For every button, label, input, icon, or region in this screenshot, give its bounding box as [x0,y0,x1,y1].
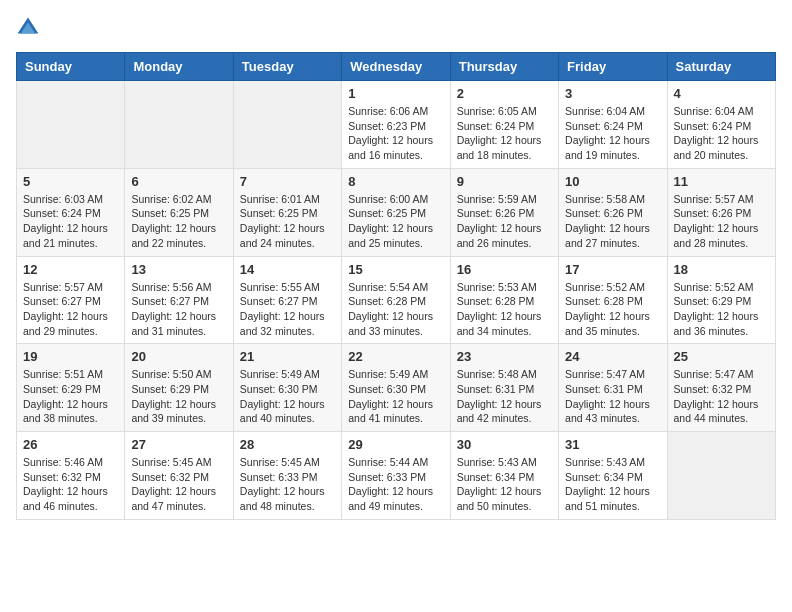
calendar-cell: 16Sunrise: 5:53 AM Sunset: 6:28 PM Dayli… [450,256,558,344]
calendar-cell [125,81,233,169]
calendar-cell: 19Sunrise: 5:51 AM Sunset: 6:29 PM Dayli… [17,344,125,432]
day-number: 17 [565,262,660,277]
day-of-week-header: Friday [559,53,667,81]
day-number: 24 [565,349,660,364]
day-number: 20 [131,349,226,364]
calendar-cell: 21Sunrise: 5:49 AM Sunset: 6:30 PM Dayli… [233,344,341,432]
calendar-cell: 31Sunrise: 5:43 AM Sunset: 6:34 PM Dayli… [559,432,667,520]
day-info: Sunrise: 5:51 AM Sunset: 6:29 PM Dayligh… [23,367,118,426]
calendar-cell: 12Sunrise: 5:57 AM Sunset: 6:27 PM Dayli… [17,256,125,344]
day-of-week-header: Monday [125,53,233,81]
calendar-week-row: 12Sunrise: 5:57 AM Sunset: 6:27 PM Dayli… [17,256,776,344]
calendar-cell: 15Sunrise: 5:54 AM Sunset: 6:28 PM Dayli… [342,256,450,344]
day-info: Sunrise: 5:53 AM Sunset: 6:28 PM Dayligh… [457,280,552,339]
calendar-cell: 5Sunrise: 6:03 AM Sunset: 6:24 PM Daylig… [17,168,125,256]
day-number: 29 [348,437,443,452]
calendar-cell: 8Sunrise: 6:00 AM Sunset: 6:25 PM Daylig… [342,168,450,256]
day-info: Sunrise: 5:45 AM Sunset: 6:33 PM Dayligh… [240,455,335,514]
day-info: Sunrise: 5:50 AM Sunset: 6:29 PM Dayligh… [131,367,226,426]
day-info: Sunrise: 5:44 AM Sunset: 6:33 PM Dayligh… [348,455,443,514]
day-info: Sunrise: 6:00 AM Sunset: 6:25 PM Dayligh… [348,192,443,251]
day-number: 2 [457,86,552,101]
day-number: 26 [23,437,118,452]
day-number: 5 [23,174,118,189]
day-number: 3 [565,86,660,101]
day-info: Sunrise: 6:02 AM Sunset: 6:25 PM Dayligh… [131,192,226,251]
day-number: 4 [674,86,769,101]
day-info: Sunrise: 6:03 AM Sunset: 6:24 PM Dayligh… [23,192,118,251]
day-info: Sunrise: 5:55 AM Sunset: 6:27 PM Dayligh… [240,280,335,339]
calendar-cell: 11Sunrise: 5:57 AM Sunset: 6:26 PM Dayli… [667,168,775,256]
day-of-week-header: Saturday [667,53,775,81]
day-info: Sunrise: 5:47 AM Sunset: 6:32 PM Dayligh… [674,367,769,426]
day-number: 7 [240,174,335,189]
day-number: 11 [674,174,769,189]
calendar-cell: 2Sunrise: 6:05 AM Sunset: 6:24 PM Daylig… [450,81,558,169]
day-info: Sunrise: 5:43 AM Sunset: 6:34 PM Dayligh… [565,455,660,514]
calendar-cell: 7Sunrise: 6:01 AM Sunset: 6:25 PM Daylig… [233,168,341,256]
day-number: 8 [348,174,443,189]
day-of-week-header: Tuesday [233,53,341,81]
calendar-cell: 23Sunrise: 5:48 AM Sunset: 6:31 PM Dayli… [450,344,558,432]
calendar-week-row: 5Sunrise: 6:03 AM Sunset: 6:24 PM Daylig… [17,168,776,256]
calendar-cell: 18Sunrise: 5:52 AM Sunset: 6:29 PM Dayli… [667,256,775,344]
day-info: Sunrise: 5:43 AM Sunset: 6:34 PM Dayligh… [457,455,552,514]
calendar-cell [233,81,341,169]
day-number: 19 [23,349,118,364]
day-info: Sunrise: 5:56 AM Sunset: 6:27 PM Dayligh… [131,280,226,339]
day-info: Sunrise: 6:01 AM Sunset: 6:25 PM Dayligh… [240,192,335,251]
calendar-cell: 25Sunrise: 5:47 AM Sunset: 6:32 PM Dayli… [667,344,775,432]
calendar-cell: 24Sunrise: 5:47 AM Sunset: 6:31 PM Dayli… [559,344,667,432]
day-number: 6 [131,174,226,189]
calendar-cell: 30Sunrise: 5:43 AM Sunset: 6:34 PM Dayli… [450,432,558,520]
page-header [16,16,776,40]
day-info: Sunrise: 6:06 AM Sunset: 6:23 PM Dayligh… [348,104,443,163]
calendar-cell: 28Sunrise: 5:45 AM Sunset: 6:33 PM Dayli… [233,432,341,520]
logo-icon [16,16,40,40]
day-info: Sunrise: 5:58 AM Sunset: 6:26 PM Dayligh… [565,192,660,251]
calendar-week-row: 1Sunrise: 6:06 AM Sunset: 6:23 PM Daylig… [17,81,776,169]
calendar-cell: 3Sunrise: 6:04 AM Sunset: 6:24 PM Daylig… [559,81,667,169]
day-number: 18 [674,262,769,277]
day-info: Sunrise: 5:57 AM Sunset: 6:26 PM Dayligh… [674,192,769,251]
calendar-cell: 17Sunrise: 5:52 AM Sunset: 6:28 PM Dayli… [559,256,667,344]
day-number: 22 [348,349,443,364]
calendar-cell: 22Sunrise: 5:49 AM Sunset: 6:30 PM Dayli… [342,344,450,432]
day-number: 13 [131,262,226,277]
day-info: Sunrise: 5:48 AM Sunset: 6:31 PM Dayligh… [457,367,552,426]
day-number: 1 [348,86,443,101]
day-of-week-header: Wednesday [342,53,450,81]
day-number: 30 [457,437,552,452]
day-number: 12 [23,262,118,277]
calendar-cell: 26Sunrise: 5:46 AM Sunset: 6:32 PM Dayli… [17,432,125,520]
calendar-table: SundayMondayTuesdayWednesdayThursdayFrid… [16,52,776,520]
calendar-cell: 10Sunrise: 5:58 AM Sunset: 6:26 PM Dayli… [559,168,667,256]
day-info: Sunrise: 5:52 AM Sunset: 6:29 PM Dayligh… [674,280,769,339]
calendar-header-row: SundayMondayTuesdayWednesdayThursdayFrid… [17,53,776,81]
logo [16,16,44,40]
day-number: 9 [457,174,552,189]
calendar-cell [667,432,775,520]
day-info: Sunrise: 6:04 AM Sunset: 6:24 PM Dayligh… [565,104,660,163]
calendar-cell: 4Sunrise: 6:04 AM Sunset: 6:24 PM Daylig… [667,81,775,169]
day-info: Sunrise: 5:46 AM Sunset: 6:32 PM Dayligh… [23,455,118,514]
calendar-cell: 1Sunrise: 6:06 AM Sunset: 6:23 PM Daylig… [342,81,450,169]
day-info: Sunrise: 5:57 AM Sunset: 6:27 PM Dayligh… [23,280,118,339]
day-info: Sunrise: 5:59 AM Sunset: 6:26 PM Dayligh… [457,192,552,251]
day-number: 21 [240,349,335,364]
day-info: Sunrise: 5:47 AM Sunset: 6:31 PM Dayligh… [565,367,660,426]
day-info: Sunrise: 6:04 AM Sunset: 6:24 PM Dayligh… [674,104,769,163]
calendar-cell: 13Sunrise: 5:56 AM Sunset: 6:27 PM Dayli… [125,256,233,344]
day-number: 28 [240,437,335,452]
day-info: Sunrise: 5:49 AM Sunset: 6:30 PM Dayligh… [240,367,335,426]
calendar-week-row: 26Sunrise: 5:46 AM Sunset: 6:32 PM Dayli… [17,432,776,520]
calendar-cell: 27Sunrise: 5:45 AM Sunset: 6:32 PM Dayli… [125,432,233,520]
day-info: Sunrise: 5:52 AM Sunset: 6:28 PM Dayligh… [565,280,660,339]
calendar-week-row: 19Sunrise: 5:51 AM Sunset: 6:29 PM Dayli… [17,344,776,432]
day-info: Sunrise: 5:49 AM Sunset: 6:30 PM Dayligh… [348,367,443,426]
day-number: 27 [131,437,226,452]
day-number: 15 [348,262,443,277]
day-of-week-header: Thursday [450,53,558,81]
day-number: 23 [457,349,552,364]
day-number: 14 [240,262,335,277]
